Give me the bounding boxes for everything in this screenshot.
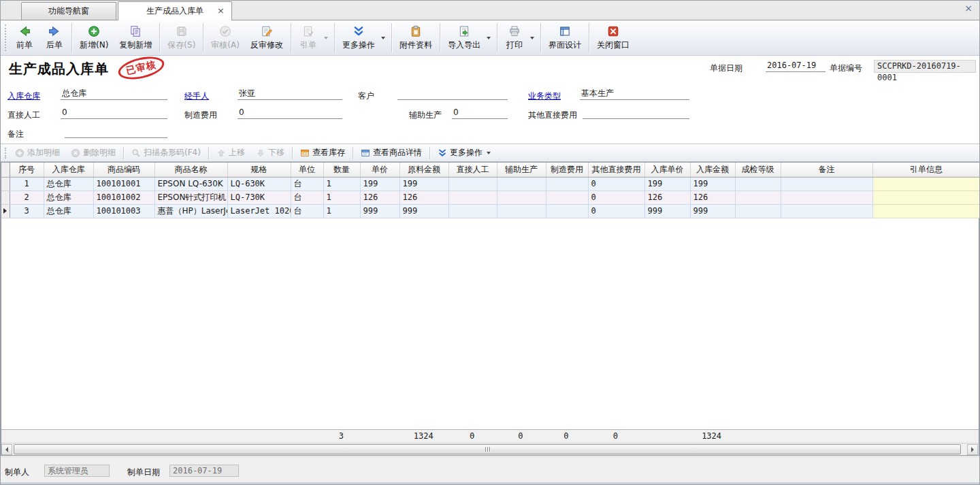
grid-cell[interactable]: 999 xyxy=(644,204,690,218)
column-header-6[interactable]: 数量 xyxy=(323,163,360,177)
toolbar-grip-handle[interactable] xyxy=(5,24,7,51)
grid-cell[interactable]: 惠普（HP）LaserJet xyxy=(154,204,227,218)
grid-cell[interactable]: 台 xyxy=(291,204,323,218)
copy-new-button[interactable]: 复制新增 xyxy=(114,20,157,55)
other_cost-field[interactable] xyxy=(583,107,689,119)
grid-cell[interactable]: 999 xyxy=(399,204,448,218)
handler-field[interactable]: 张亚 xyxy=(238,88,342,100)
column-header-9[interactable]: 直接人工 xyxy=(448,163,497,177)
grid-cell[interactable]: 总仓库 xyxy=(44,190,93,204)
toolbar-grip-handle[interactable] xyxy=(5,148,7,158)
grid-cell[interactable] xyxy=(448,204,497,218)
grid-cell[interactable]: LQ-630K xyxy=(227,177,291,190)
grid-cell[interactable] xyxy=(781,177,872,190)
column-header-15[interactable]: 成检等级 xyxy=(735,163,781,177)
grid-cell[interactable]: 199 xyxy=(644,177,690,190)
row-selector[interactable] xyxy=(1,204,10,218)
direct_labor-field[interactable]: 0 xyxy=(61,107,167,119)
grid-cell[interactable] xyxy=(781,190,872,204)
grid-cell[interactable]: 台 xyxy=(291,190,323,204)
grid-cell[interactable]: LaserJet 1020 xyxy=(227,204,291,218)
grid-cell[interactable] xyxy=(546,177,588,190)
more-actions-button[interactable]: 更多操作 xyxy=(337,20,380,55)
grid-cell[interactable]: EPSON LQ-630K xyxy=(154,177,227,190)
tab-close-icon[interactable]: × xyxy=(217,2,225,20)
column-header-13[interactable]: 入库单价 xyxy=(644,163,690,177)
grid-cell[interactable] xyxy=(497,190,546,204)
column-header-1[interactable]: 入库仓库 xyxy=(44,163,93,177)
remark-field[interactable] xyxy=(65,126,167,138)
grid-cell[interactable] xyxy=(872,177,980,190)
grid-cell[interactable]: 0 xyxy=(588,177,644,190)
scroll-right-button[interactable] xyxy=(967,444,978,455)
grid-cell[interactable] xyxy=(781,204,872,218)
grid-cell[interactable] xyxy=(735,177,781,190)
column-header-2[interactable]: 商品编码 xyxy=(93,163,154,177)
grid-cell[interactable] xyxy=(735,190,781,204)
grid-cell[interactable]: 1 xyxy=(323,204,360,218)
dropdown-caret-icon[interactable] xyxy=(530,37,534,39)
row-selector[interactable] xyxy=(1,190,10,204)
column-header-16[interactable]: 备注 xyxy=(781,163,872,177)
mfg_cost-field[interactable]: 0 xyxy=(238,107,342,119)
grid-cell[interactable]: EPSON针式打印机 xyxy=(154,190,227,204)
grid-cell[interactable]: 2 xyxy=(10,190,44,204)
column-header-17[interactable]: 引单信息 xyxy=(872,163,980,177)
dropdown-caret-icon[interactable] xyxy=(487,37,491,39)
grid-cell[interactable]: 199 xyxy=(360,177,399,190)
grid-cell[interactable]: 126 xyxy=(644,190,690,204)
column-header-4[interactable]: 规格 xyxy=(227,163,291,177)
handler-label[interactable]: 经手人 xyxy=(184,90,209,102)
scroll-left-button[interactable] xyxy=(1,444,12,455)
grid-cell[interactable]: 100101003 xyxy=(93,204,154,218)
close-window-button[interactable]: 关闭窗口 xyxy=(591,20,635,55)
column-header-0[interactable]: 序号 xyxy=(10,163,44,177)
grid-cell[interactable] xyxy=(448,177,497,190)
grid-cell[interactable]: 1 xyxy=(323,190,360,204)
column-header-10[interactable]: 辅助生产 xyxy=(497,163,546,177)
grid-cell[interactable] xyxy=(546,190,588,204)
dropdown-caret-icon[interactable] xyxy=(487,152,491,154)
grid-cell[interactable]: 199 xyxy=(690,177,735,190)
row-selector[interactable] xyxy=(1,177,10,190)
print-button[interactable]: 打印 xyxy=(500,20,529,55)
column-header-3[interactable]: 商品名称 xyxy=(154,163,227,177)
column-header-8[interactable]: 原料金额 xyxy=(399,163,448,177)
grid-cell[interactable]: 3 xyxy=(10,204,44,218)
more-actions-button[interactable]: 更多操作 xyxy=(432,146,496,160)
grid-cell[interactable]: 总仓库 xyxy=(44,177,93,190)
column-header-5[interactable]: 单位 xyxy=(291,163,323,177)
grid-cell[interactable]: LQ-730K xyxy=(227,190,291,204)
row-selector-header[interactable] xyxy=(1,163,10,177)
grid-cell[interactable]: 199 xyxy=(399,177,448,190)
scrollbar-thumb[interactable] xyxy=(14,444,961,454)
doc-date-field[interactable]: 2016-07-19 xyxy=(766,60,826,72)
grid-cell[interactable]: 126 xyxy=(360,190,399,204)
dropdown-caret-icon[interactable] xyxy=(381,37,385,39)
grid-cell[interactable] xyxy=(546,204,588,218)
biz_type-label[interactable]: 业务类型 xyxy=(528,90,561,102)
add-new-button[interactable]: 新增(N) xyxy=(74,20,114,55)
column-header-14[interactable]: 入库金额 xyxy=(690,163,735,177)
grid-cell[interactable]: 999 xyxy=(690,204,735,218)
warehouse-label[interactable]: 入库仓库 xyxy=(7,90,40,102)
grid-cell[interactable] xyxy=(872,204,980,218)
grid-cell[interactable] xyxy=(735,204,781,218)
grid-cell[interactable] xyxy=(497,177,546,190)
biz_type-field[interactable]: 基本生产 xyxy=(580,88,689,100)
grid-cell[interactable]: 1 xyxy=(10,177,44,190)
grid-cell[interactable]: 1 xyxy=(323,177,360,190)
customer-field[interactable] xyxy=(397,88,508,100)
grid-cell[interactable] xyxy=(872,190,980,204)
grid-cell[interactable]: 0 xyxy=(588,190,644,204)
import-export-button[interactable]: 导入导出 xyxy=(442,20,486,55)
grid-cell[interactable]: 100101001 xyxy=(93,177,154,190)
tab-production-receipt[interactable]: 生产成品入库单 × xyxy=(118,1,232,20)
ui-design-button[interactable]: 界面设计 xyxy=(543,20,587,55)
grid-cell[interactable] xyxy=(497,204,546,218)
grid-cell[interactable]: 126 xyxy=(690,190,735,204)
grid-cell[interactable]: 总仓库 xyxy=(44,204,93,218)
grid-cell[interactable]: 999 xyxy=(360,204,399,218)
next-doc-button[interactable]: 后单 xyxy=(39,20,69,55)
view-stock-button[interactable]: 查看库存 xyxy=(295,146,350,160)
